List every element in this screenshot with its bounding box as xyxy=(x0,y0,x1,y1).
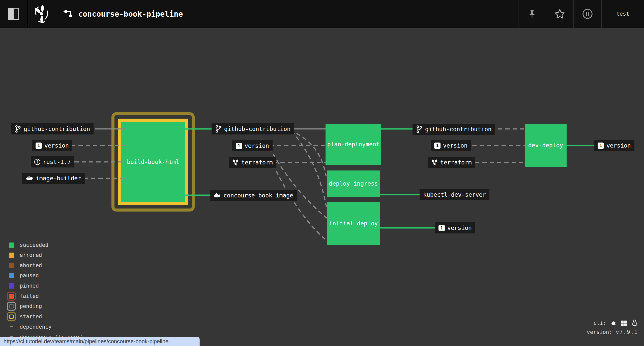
legend-swatch-paused xyxy=(9,273,14,278)
pipeline-canvas: build-book-html plan-deployment deploy-i… xyxy=(0,28,644,346)
pipeline-title[interactable]: concourse-book-pipeline xyxy=(78,10,183,18)
team-box: test xyxy=(601,0,644,28)
resource-label: kubectl-dev-server xyxy=(423,191,486,198)
legend-row-aborted: aborted xyxy=(7,261,42,270)
link-status-tooltip: https://ci.tutoriel.dev/teams/main/pipel… xyxy=(0,337,200,346)
docker-icon xyxy=(213,192,221,198)
legend-label: failed xyxy=(20,293,39,299)
semver-icon: 1 xyxy=(36,143,42,149)
sidebar-icon xyxy=(8,8,19,20)
resource-label: terraform xyxy=(241,159,273,166)
resource-label: rust-1.7 xyxy=(43,159,71,165)
resource-github-contribution[interactable]: github-contribution xyxy=(413,124,495,135)
pipeline-connections xyxy=(0,28,644,346)
resource-version[interactable]: 1 version xyxy=(232,140,273,151)
resource-github-contribution[interactable]: github-contribution xyxy=(11,123,94,134)
legend-swatch-errored xyxy=(9,253,14,258)
git-branch-icon xyxy=(15,125,21,133)
legend-row-failed: failed xyxy=(7,292,39,300)
job-plan-deployment[interactable]: plan-deployment xyxy=(326,124,381,165)
concourse-version-value: v7.9.1 xyxy=(616,329,638,335)
legend-label: dependency xyxy=(20,324,51,330)
resource-label: version xyxy=(447,225,472,231)
legend-label: pending xyxy=(20,303,42,309)
pin-icon xyxy=(529,9,535,18)
unknown-type-icon: ? xyxy=(34,159,40,165)
resource-label: image-builder xyxy=(36,175,81,182)
legend-row-pinned: pinned xyxy=(7,282,39,290)
job-build-book-html[interactable]: build-book-html xyxy=(111,112,195,212)
legend-swatch-pinned xyxy=(9,283,14,289)
resource-version[interactable]: 1 version xyxy=(594,140,634,151)
resource-label: version xyxy=(245,143,269,149)
linux-download-icon[interactable] xyxy=(631,319,638,327)
git-branch-icon xyxy=(416,125,423,133)
resource-version[interactable]: 1 version xyxy=(431,140,471,151)
pin-button[interactable] xyxy=(518,0,546,28)
resource-label: concourse-book-image xyxy=(223,192,293,199)
pipeline-icon xyxy=(64,10,73,18)
semver-icon: 1 xyxy=(438,225,445,231)
resource-label: github-contribution xyxy=(224,126,290,132)
git-branch-icon xyxy=(215,125,222,133)
resource-github-contribution[interactable]: github-contribution xyxy=(212,123,294,134)
semver-icon: 1 xyxy=(598,143,604,149)
resource-version[interactable]: 1 version xyxy=(32,140,72,151)
resource-label: version xyxy=(44,142,69,149)
top-bar: concourse-book-pipeline xyxy=(0,0,644,28)
pause-icon xyxy=(582,9,593,19)
legend-row-errored: errored xyxy=(7,251,42,259)
link-url: https://ci.tutoriel.dev/teams/main/pipel… xyxy=(4,338,168,345)
legend-label: paused xyxy=(20,272,39,279)
resource-version[interactable]: 1 version xyxy=(435,222,475,233)
resource-concourse-book-image[interactable]: concourse-book-image xyxy=(210,190,297,201)
job-label: initial-deploy xyxy=(329,220,378,227)
job-initial-deploy[interactable]: initial-deploy xyxy=(327,202,380,245)
semver-icon: 1 xyxy=(236,143,242,149)
resource-terraform[interactable]: terraform xyxy=(229,157,276,168)
job-build-book-html-body: build-book-html xyxy=(118,119,188,205)
resource-rust-1-7[interactable]: ? rust-1.7 xyxy=(31,156,74,167)
legend-label: aborted xyxy=(20,262,42,268)
legend-swatch-pending xyxy=(7,302,16,311)
resource-kubectl-dev-server[interactable]: kubectl-dev-server xyxy=(420,189,489,200)
sidebar-toggle-button[interactable] xyxy=(0,0,28,28)
job-label: dev-deploy xyxy=(528,142,563,149)
windows-download-icon[interactable] xyxy=(620,320,627,327)
legend-row-dependency: dependency xyxy=(7,323,51,331)
legend-label: errored xyxy=(20,252,42,258)
legend-swatch-started xyxy=(7,312,16,321)
concourse-logo-icon xyxy=(33,4,51,24)
legend-row-started: started xyxy=(7,312,42,321)
job-label: build-book-html xyxy=(127,159,179,165)
legend-row-pending: pending xyxy=(7,302,42,310)
legend-dash-sample xyxy=(10,326,13,327)
job-label: plan-deployment xyxy=(327,141,380,148)
job-label: deploy-ingress xyxy=(329,180,378,187)
terraform-icon xyxy=(431,159,438,166)
resource-image-builder[interactable]: image-builder xyxy=(22,173,85,184)
version-label: version: xyxy=(587,329,612,335)
apple-download-icon[interactable] xyxy=(610,319,616,327)
semver-icon: 1 xyxy=(434,143,441,149)
resource-label: terraform xyxy=(440,159,472,166)
pause-pipeline-button[interactable] xyxy=(573,0,601,28)
footer-info: cli: version: v7.9.1 xyxy=(587,319,638,337)
legend-row-paused: paused xyxy=(7,271,39,280)
docker-icon xyxy=(26,175,33,181)
star-icon xyxy=(555,9,565,19)
resource-terraform[interactable]: terraform xyxy=(428,157,475,168)
home-logo-button[interactable] xyxy=(28,0,55,28)
team-name: test xyxy=(617,11,629,17)
concourse-app: concourse-book-pipeline xyxy=(0,0,644,346)
resource-label: version xyxy=(606,142,631,149)
terraform-icon xyxy=(232,159,239,166)
breadcrumb: concourse-book-pipeline xyxy=(55,0,518,28)
job-dev-deploy[interactable]: dev-deploy xyxy=(525,124,567,167)
legend-row-succeeded: succeeded xyxy=(7,241,48,249)
favorite-button[interactable] xyxy=(546,0,573,28)
legend-label: succeeded xyxy=(20,242,48,248)
legend-label: started xyxy=(20,314,42,320)
job-deploy-ingress[interactable]: deploy-ingress xyxy=(327,170,380,197)
legend-swatch-failed xyxy=(7,292,16,301)
